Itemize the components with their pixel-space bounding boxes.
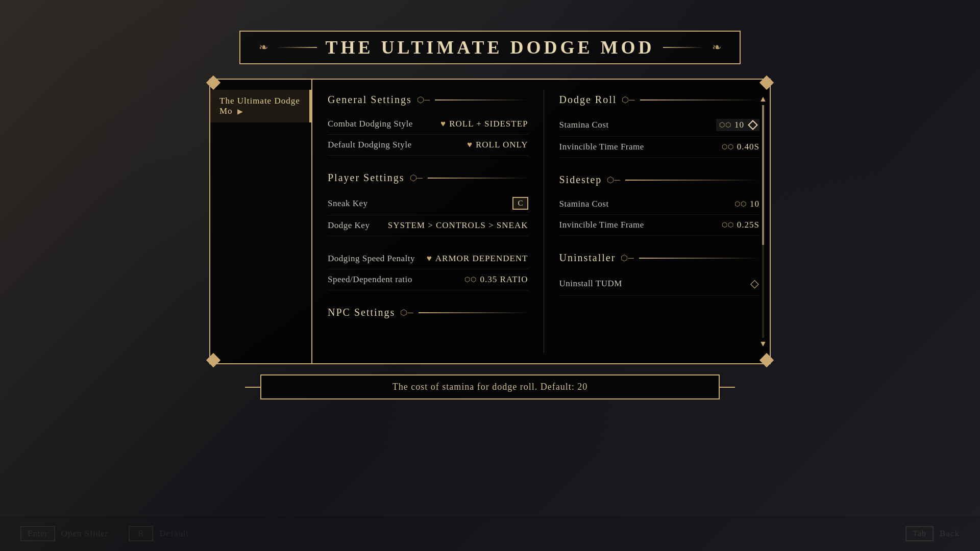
title-ornament-left: ❧ <box>259 41 268 54</box>
dodge-roll-stamina-row[interactable]: Stamina Cost ⬡⬡ 10 <box>559 114 760 137</box>
default-bullet-icon: ♥ <box>467 140 473 150</box>
speed-ratio-value: ⬡⬡ 0.35 RATIO <box>464 274 528 285</box>
sidestep-stamina-value: ⬡⬡ 10 <box>734 199 760 209</box>
title-border: ❧ THE ULTIMATE DODGE MOD ❧ <box>239 31 740 64</box>
sidestep-itf-label: Invincible Time Frame <box>559 220 644 230</box>
uninstaller-line <box>639 258 760 259</box>
general-settings-ornament: ⬡─ <box>417 95 430 105</box>
uninstaller-title: Uninstaller <box>559 252 616 264</box>
uninstall-tudm-label: Uninstall TUDM <box>559 279 622 289</box>
sidebar-item-label: The Ultimate Dodge Mo <box>219 96 300 116</box>
player-settings-line <box>428 178 528 179</box>
npc-settings-header: NPC Settings ⬡─ <box>328 307 528 318</box>
uninstaller-header: Uninstaller ⬡─ <box>559 252 760 264</box>
sidestep-line <box>625 180 760 181</box>
player-settings-title: Player Settings <box>328 172 405 184</box>
content-area: General Settings ⬡─ Combat Dodging Style… <box>312 80 770 363</box>
status-deco-right <box>720 387 735 388</box>
dodge-roll-title: Dodge Roll <box>559 94 617 106</box>
dodge-key-label: Dodge Key <box>328 220 370 231</box>
sneak-key-row[interactable]: Sneak Key C <box>328 192 528 215</box>
general-settings-line <box>435 99 528 101</box>
sidestep-header: Sidestep ⬡─ <box>559 174 760 186</box>
sidestep-stamina-row[interactable]: Stamina Cost ⬡⬡ 10 <box>559 194 760 215</box>
sidestep-diamond-icon: ⬡⬡ <box>734 200 747 208</box>
right-column: Dodge Roll ⬡─ Stamina Cost ⬡⬡ 10 Invinci… <box>544 90 770 353</box>
main-title: THE ULTIMATE DODGE MOD <box>325 37 654 58</box>
dodge-roll-itf-label: Invincible Time Frame <box>559 142 644 152</box>
uninstaller-ornament: ⬡─ <box>621 253 633 263</box>
scrollbar[interactable]: ▲ ▼ <box>760 95 767 348</box>
dodging-speed-penalty-label: Dodging Speed Penalty <box>328 254 415 264</box>
dodge-roll-stamina-label: Stamina Cost <box>559 120 609 130</box>
sneak-key-value[interactable]: C <box>512 197 528 210</box>
dodge-key-value: SYSTEM > CONTROLS > SNEAK <box>388 220 528 231</box>
dodge-roll-line <box>640 99 760 101</box>
sidestep-itf-row[interactable]: Invincible Time Frame ⬡⬡ 0.25S <box>559 215 760 236</box>
status-text: The cost of stamina for dodge roll. Defa… <box>393 382 587 392</box>
uninstall-diamond-icon: ◇ <box>750 277 760 290</box>
dodge-roll-stamina-value: ⬡⬡ 10 <box>716 119 760 131</box>
dodging-speed-penalty-value: ♥ ARMOR DEPENDENT <box>427 254 528 264</box>
title-line-right <box>663 47 704 48</box>
sidestep-title: Sidestep <box>559 174 602 186</box>
combat-bullet-icon: ♥ <box>440 119 446 129</box>
general-settings-header: General Settings ⬡─ <box>328 94 528 106</box>
title-bar: ❧ THE ULTIMATE DODGE MOD ❧ <box>239 31 740 64</box>
npc-settings-ornament: ⬡─ <box>400 308 413 317</box>
player-settings-header: Player Settings ⬡─ <box>328 172 528 184</box>
scroll-thumb <box>762 105 764 245</box>
speed-ratio-row[interactable]: Speed/Dependent ratio ⬡⬡ 0.35 RATIO <box>328 269 528 290</box>
uninstall-tudm-value: ◇ <box>750 277 760 290</box>
default-dodging-style-label: Default Dodging Style <box>328 140 411 150</box>
sneak-key-label: Sneak Key <box>328 198 368 209</box>
sidestep-stamina-label: Stamina Cost <box>559 199 609 209</box>
ratio-diamond-icon: ⬡⬡ <box>464 276 477 284</box>
npc-settings-line <box>419 312 528 313</box>
combat-dodging-style-label: Combat Dodging Style <box>328 119 413 129</box>
scroll-down-icon[interactable]: ▼ <box>759 340 767 348</box>
general-settings-title: General Settings <box>328 94 412 106</box>
player-settings-ornament: ⬡─ <box>410 173 423 183</box>
default-dodging-style-row[interactable]: Default Dodging Style ♥ ROLL ONLY <box>328 135 528 156</box>
sidestep-ornament: ⬡─ <box>607 175 620 185</box>
combat-dodging-style-row[interactable]: Combat Dodging Style ♥ ROLL + SIDESTEP <box>328 114 528 135</box>
status-bar: The cost of stamina for dodge roll. Defa… <box>260 374 720 399</box>
sidestep-itf-value: ⬡⬡ 0.25S <box>722 220 760 230</box>
sidebar-arrow-icon: ▶ <box>237 107 243 116</box>
dodge-key-row[interactable]: Dodge Key SYSTEM > CONTROLS > SNEAK <box>328 215 528 236</box>
dodge-roll-itf-value: ⬡⬡ 0.40S <box>722 142 760 152</box>
npc-settings-title: NPC Settings <box>328 307 395 318</box>
dodging-speed-penalty-row[interactable]: Dodging Speed Penalty ♥ ARMOR DEPENDENT <box>328 248 528 269</box>
left-column: General Settings ⬡─ Combat Dodging Style… <box>312 90 544 353</box>
uninstall-tudm-row[interactable]: Uninstall TUDM ◇ <box>559 272 760 296</box>
sidebar-item-tudm[interactable]: The Ultimate Dodge Mo ▶ <box>210 90 311 122</box>
sidestep-itf-diamond-icon: ⬡⬡ <box>722 221 734 229</box>
scroll-track[interactable] <box>762 105 764 338</box>
stamina-diamond-icon: ⬡⬡ <box>719 121 731 129</box>
status-deco-left <box>245 387 260 388</box>
dodge-roll-itf-row[interactable]: Invincible Time Frame ⬡⬡ 0.40S <box>559 137 760 158</box>
speed-bullet-icon: ♥ <box>427 254 432 264</box>
combat-dodging-style-value: ♥ ROLL + SIDESTEP <box>440 119 528 129</box>
dodge-roll-ornament: ⬡─ <box>622 95 634 105</box>
itf-diamond-icon: ⬡⬡ <box>722 143 734 151</box>
title-ornament-right: ❧ <box>712 41 721 54</box>
title-line-left <box>276 47 317 48</box>
default-dodging-style-value: ♥ ROLL ONLY <box>467 140 528 150</box>
dodge-roll-header: Dodge Roll ⬡─ <box>559 94 760 106</box>
scroll-up-icon[interactable]: ▲ <box>759 95 767 103</box>
cursor-icon <box>748 120 758 130</box>
main-panel: The Ultimate Dodge Mo ▶ General Settings… <box>209 79 771 364</box>
speed-ratio-label: Speed/Dependent ratio <box>328 274 412 285</box>
sidebar: The Ultimate Dodge Mo ▶ <box>210 80 312 363</box>
